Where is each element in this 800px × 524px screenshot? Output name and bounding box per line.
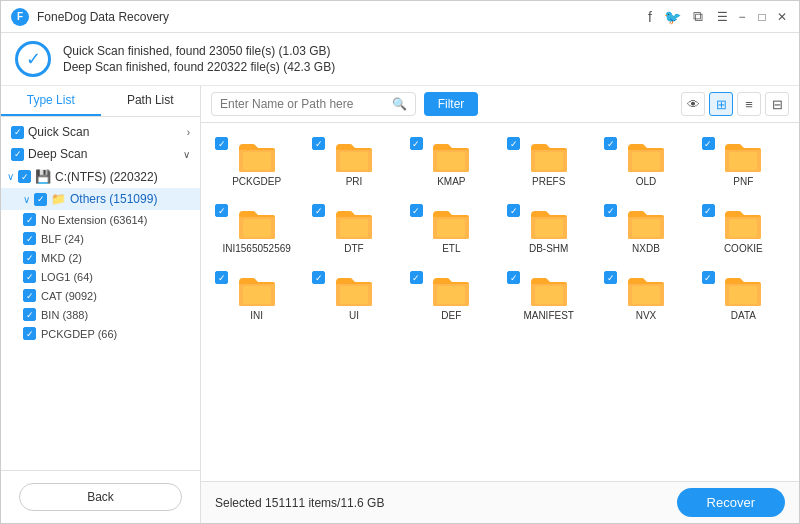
deep-scan-label: Deep Scan [28, 147, 87, 161]
file-check[interactable]: ✓ [312, 137, 325, 150]
file-grid: ✓ PCKGDEP ✓ PRI ✓ KMAP ✓ [201, 123, 799, 481]
file-item[interactable]: ✓ KMAP [406, 133, 497, 194]
sub-check-log1[interactable]: ✓ [23, 270, 36, 283]
file-name: PREFS [532, 176, 565, 187]
facebook-icon[interactable]: f [648, 9, 652, 25]
file-check[interactable]: ✓ [507, 204, 520, 217]
file-item[interactable]: ✓ UI [308, 267, 399, 328]
menu-button[interactable]: ☰ [715, 10, 729, 24]
quick-scan-check[interactable]: ✓ [11, 126, 24, 139]
close-button[interactable]: ✕ [775, 10, 789, 24]
sub-check-blf[interactable]: ✓ [23, 232, 36, 245]
search-input[interactable] [220, 97, 388, 111]
file-name: INI [250, 310, 263, 321]
file-item[interactable]: ✓ PCKGDEP [211, 133, 302, 194]
minimize-button[interactable]: − [735, 10, 749, 24]
file-item[interactable]: ✓ PRI [308, 133, 399, 194]
file-check[interactable]: ✓ [410, 271, 423, 284]
file-check[interactable]: ✓ [604, 137, 617, 150]
status-bar: Selected 151111 items/11.6 GB Recover [201, 481, 799, 523]
sub-label-bin: BIN (388) [41, 309, 88, 321]
quick-scan-label: Quick Scan [28, 125, 89, 139]
eye-view-icon[interactable]: 👁 [681, 92, 705, 116]
recover-button[interactable]: Recover [677, 488, 785, 517]
scan-complete-icon: ✓ [15, 41, 51, 77]
others-folder[interactable]: ∨ ✓ 📁 Others (151099) [1, 188, 200, 210]
file-check[interactable]: ✓ [410, 204, 423, 217]
share-icon[interactable]: ⧉ [693, 8, 703, 25]
quick-scan-item[interactable]: ✓ Quick Scan › [1, 121, 200, 143]
filter-button[interactable]: Filter [424, 92, 479, 116]
right-panel: 🔍 Filter 👁 ⊞ ≡ ⊟ ✓ PCKGDEP [201, 86, 799, 523]
file-check[interactable]: ✓ [215, 204, 228, 217]
list-view-icon[interactable]: ≡ [737, 92, 761, 116]
file-check[interactable]: ✓ [312, 204, 325, 217]
file-name: INI1565052569 [222, 243, 290, 254]
tab-type-list[interactable]: Type List [1, 86, 101, 116]
search-box: 🔍 [211, 92, 416, 116]
file-item[interactable]: ✓ NXDB [600, 200, 691, 261]
file-item[interactable]: ✓ DEF [406, 267, 497, 328]
app-logo: F [11, 8, 29, 26]
sub-item-cat[interactable]: ✓ CAT (9092) [1, 286, 200, 305]
file-item[interactable]: ✓ PNF [698, 133, 789, 194]
detail-view-icon[interactable]: ⊟ [765, 92, 789, 116]
others-check[interactable]: ✓ [34, 193, 47, 206]
file-check[interactable]: ✓ [604, 271, 617, 284]
sub-label-log1: LOG1 (64) [41, 271, 93, 283]
maximize-button[interactable]: □ [755, 10, 769, 24]
file-item[interactable]: ✓ MANIFEST [503, 267, 594, 328]
file-check[interactable]: ✓ [702, 137, 715, 150]
sub-check-mkd[interactable]: ✓ [23, 251, 36, 264]
folder-icon [529, 140, 569, 176]
file-item[interactable]: ✓ DB-SHM [503, 200, 594, 261]
back-button[interactable]: Back [19, 483, 182, 511]
twitter-icon[interactable]: 🐦 [664, 9, 681, 25]
folder-icon: 📁 [51, 192, 66, 206]
sub-check-cat[interactable]: ✓ [23, 289, 36, 302]
grid-view-icon[interactable]: ⊞ [709, 92, 733, 116]
file-item[interactable]: ✓ INI [211, 267, 302, 328]
sub-check-bin[interactable]: ✓ [23, 308, 36, 321]
file-check[interactable]: ✓ [312, 271, 325, 284]
file-check[interactable]: ✓ [215, 271, 228, 284]
folder-icon [431, 140, 471, 176]
drive-icon: 💾 [35, 169, 51, 184]
sub-item-log1[interactable]: ✓ LOG1 (64) [1, 267, 200, 286]
file-check[interactable]: ✓ [410, 137, 423, 150]
scan-text-container: Quick Scan finished, found 23050 file(s)… [63, 44, 335, 74]
tab-path-list[interactable]: Path List [101, 86, 201, 116]
sub-check-pckgdep[interactable]: ✓ [23, 327, 36, 340]
file-name: PCKGDEP [232, 176, 281, 187]
file-item[interactable]: ✓ ETL [406, 200, 497, 261]
file-check[interactable]: ✓ [215, 137, 228, 150]
file-item[interactable]: ✓ INI1565052569 [211, 200, 302, 261]
folder-icon [431, 207, 471, 243]
sub-label-blf: BLF (24) [41, 233, 84, 245]
file-check[interactable]: ✓ [507, 137, 520, 150]
file-name: DEF [441, 310, 461, 321]
sub-item-no-extension[interactable]: ✓ No Extension (63614) [1, 210, 200, 229]
file-check[interactable]: ✓ [507, 271, 520, 284]
sub-item-bin[interactable]: ✓ BIN (388) [1, 305, 200, 324]
folder-icon [723, 207, 763, 243]
sub-check-no-extension[interactable]: ✓ [23, 213, 36, 226]
file-check[interactable]: ✓ [702, 204, 715, 217]
sub-item-pckgdep[interactable]: ✓ PCKGDEP (66) [1, 324, 200, 343]
drive-check[interactable]: ✓ [18, 170, 31, 183]
file-item[interactable]: ✓ COOKIE [698, 200, 789, 261]
file-item[interactable]: ✓ DTF [308, 200, 399, 261]
file-item[interactable]: ✓ NVX [600, 267, 691, 328]
file-check[interactable]: ✓ [702, 271, 715, 284]
file-check[interactable]: ✓ [604, 204, 617, 217]
file-item[interactable]: ✓ OLD [600, 133, 691, 194]
sub-label-pckgdep: PCKGDEP (66) [41, 328, 117, 340]
deep-scan-item[interactable]: ✓ Deep Scan ∨ [1, 143, 200, 165]
deep-scan-check[interactable]: ✓ [11, 148, 24, 161]
sub-item-mkd[interactable]: ✓ MKD (2) [1, 248, 200, 267]
file-name: UI [349, 310, 359, 321]
drive-item[interactable]: ∨ ✓ 💾 C:(NTFS) (220322) [1, 165, 200, 188]
file-item[interactable]: ✓ PREFS [503, 133, 594, 194]
file-item[interactable]: ✓ DATA [698, 267, 789, 328]
sub-item-blf[interactable]: ✓ BLF (24) [1, 229, 200, 248]
